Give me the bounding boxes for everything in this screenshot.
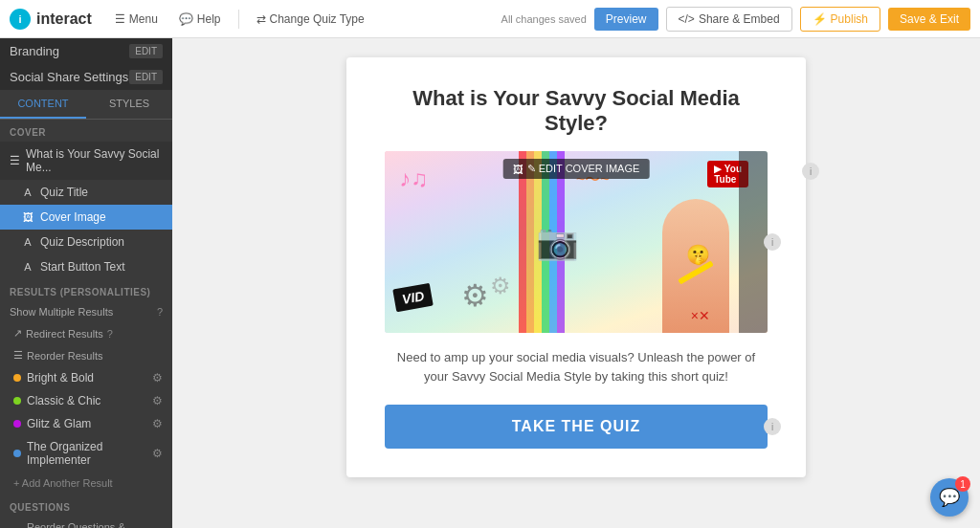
logo-area: i interact xyxy=(10,9,92,30)
content-area: What is Your Savvy Social Media Style? ▶… xyxy=(172,38,980,528)
save-exit-button[interactable]: Save & Exit xyxy=(888,8,970,31)
menu-button[interactable]: ☰ Menu xyxy=(107,9,166,30)
cover-image-item[interactable]: 🖼 Cover Image xyxy=(0,205,172,230)
add-result-button[interactable]: + Add Another Result xyxy=(0,472,172,495)
social-edit-button[interactable]: EDIT xyxy=(129,70,163,84)
preview-button[interactable]: Preview xyxy=(594,8,658,31)
text-icon: A xyxy=(21,186,34,199)
result-dot xyxy=(13,420,21,428)
save-status: All changes saved xyxy=(501,13,587,25)
edit-cover-button[interactable]: 🖼 ✎ EDIT COVER IMAGE xyxy=(503,159,650,179)
cover-quiz-header[interactable]: ☰ What is Your Savvy Social Me... xyxy=(0,142,172,180)
tab-content[interactable]: CONTENT xyxy=(0,90,86,119)
logo-icon: i xyxy=(10,9,31,30)
branding-section: Branding EDIT xyxy=(0,38,172,64)
help-button[interactable]: 💬 Help xyxy=(171,9,229,30)
swirl2: ×✕ xyxy=(691,308,710,323)
quiz-preview-card: What is Your Savvy Social Media Style? ▶… xyxy=(346,57,806,477)
cover-quiz-icon: ☰ xyxy=(10,154,20,167)
topbar-right: All changes saved Preview </> Share & Em… xyxy=(501,7,970,32)
result-gear-button[interactable]: ⚙ xyxy=(152,371,163,385)
result-bright-bold[interactable]: Bright & Bold ⚙ xyxy=(0,366,172,389)
topbar: i interact ☰ Menu 💬 Help ⇄ Change Quiz T… xyxy=(0,0,980,38)
main-layout: Branding EDIT Social Share Settings EDIT… xyxy=(0,38,980,528)
music-note: ♪♫ xyxy=(399,165,428,192)
app-name: interact xyxy=(36,11,92,28)
tab-styles[interactable]: STYLES xyxy=(86,90,172,119)
image-info-button[interactable]: i xyxy=(764,233,781,251)
social-section: Social Share Settings EDIT xyxy=(0,64,172,90)
result-dot xyxy=(13,397,21,405)
take-quiz-button[interactable]: TAKE THE QUIZ xyxy=(385,405,768,449)
divider xyxy=(238,10,239,29)
image-icon: 🖼 xyxy=(21,210,34,224)
gear-small-icon: ⚙ xyxy=(490,273,511,299)
result-dot xyxy=(13,374,21,382)
content-tabs: CONTENT STYLES xyxy=(0,90,172,120)
reorder-results-link[interactable]: ☰ Reorder Results xyxy=(0,344,172,366)
publish-button[interactable]: ⚡ Publish xyxy=(800,7,880,32)
share-icon: </> xyxy=(679,12,695,26)
show-multiple-help-icon[interactable]: ? xyxy=(157,306,163,318)
reorder-icon: ☰ xyxy=(13,349,23,362)
quiz-type-icon: ⇄ xyxy=(256,12,266,26)
social-label: Social Share Settings xyxy=(10,70,128,84)
chat-bubble-button[interactable]: 💬 1 xyxy=(930,478,969,517)
cover-image-container: ▶ YouTube ♪♫ ⚙ ⚙ 📷 VID 🤫 xyxy=(385,151,768,333)
cta-info-button[interactable]: i xyxy=(764,418,781,435)
quiz-title-item[interactable]: A Quiz Title xyxy=(0,180,172,205)
share-embed-button[interactable]: </> Share & Embed xyxy=(666,7,792,32)
cover-section-label: COVER xyxy=(0,120,172,142)
branding-label: Branding xyxy=(10,44,59,58)
result-glitz-glam[interactable]: Glitz & Glam ⚙ xyxy=(0,412,172,435)
camera-icon: 📷 xyxy=(536,222,579,262)
start-button-item[interactable]: A Start Button Text xyxy=(0,254,172,279)
chat-icon: 💬 xyxy=(939,487,960,508)
desc-text-icon: A xyxy=(21,235,34,249)
quiz-description-item[interactable]: A Quiz Description xyxy=(0,230,172,254)
edit-icon: 🖼 xyxy=(513,164,523,175)
branding-edit-button[interactable]: EDIT xyxy=(129,44,163,58)
publish-icon: ⚡ xyxy=(813,12,827,26)
results-section-label: RESULTS (PERSONALITIES) xyxy=(0,279,172,301)
title-info-button[interactable]: i xyxy=(802,163,819,180)
redirect-icon: ↗ xyxy=(13,327,22,340)
sidebar: Branding EDIT Social Share Settings EDIT… xyxy=(0,38,172,528)
result-gear-button[interactable]: ⚙ xyxy=(152,394,163,407)
help-icon: 💬 xyxy=(179,12,193,26)
result-dot xyxy=(13,450,21,457)
menu-icon: ☰ xyxy=(115,12,125,26)
gear-icon: ⚙ xyxy=(461,277,489,314)
quiz-description: Need to amp up your social media visuals… xyxy=(385,348,768,385)
chat-badge: 1 xyxy=(955,476,970,492)
cta-container: TAKE THE QUIZ i xyxy=(385,405,768,449)
redirect-results-link[interactable]: ↗ Redirect Results ? xyxy=(0,322,172,344)
show-multiple-row: Show Multiple Results ? xyxy=(0,301,172,322)
result-organized[interactable]: The Organized Implementer ⚙ xyxy=(0,435,172,472)
result-gear-button[interactable]: ⚙ xyxy=(152,417,163,430)
change-quiz-type-button[interactable]: ⇄ Change Quiz Type xyxy=(249,9,372,30)
result-classic-chic[interactable]: Classic & Chic ⚙ xyxy=(0,389,172,412)
quiz-title: What is Your Savvy Social Media Style? xyxy=(385,86,768,136)
reorder-questions-link[interactable]: ☰ Reorder Questions & Answers xyxy=(0,517,172,528)
questions-section-label: QUESTIONS xyxy=(0,495,172,517)
redirect-help-icon[interactable]: ? xyxy=(107,328,113,340)
result-gear-button[interactable]: ⚙ xyxy=(152,447,163,460)
start-text-icon: A xyxy=(21,260,34,274)
